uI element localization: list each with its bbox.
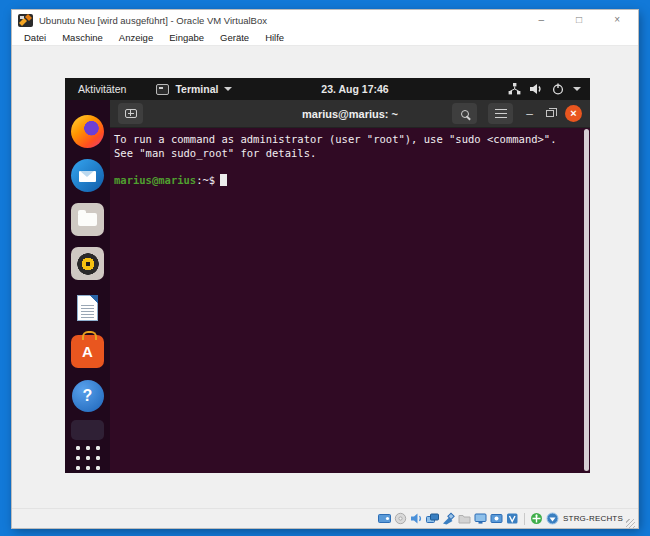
help-icon: ? xyxy=(72,380,104,412)
chevron-down-icon xyxy=(573,87,581,91)
dock-item-files[interactable] xyxy=(71,203,104,236)
host-menubar: Datei Maschine Anzeige Eingabe Geräte Hi… xyxy=(12,30,638,46)
maximize-button[interactable]: □ xyxy=(576,15,582,25)
power-icon xyxy=(552,83,564,95)
search-button[interactable] xyxy=(452,103,477,124)
thunderbird-icon xyxy=(71,159,104,192)
network-icon xyxy=(508,83,521,95)
menu-datei[interactable]: Datei xyxy=(16,32,54,43)
terminal-window: marius@marius: ~ – × To run a c xyxy=(110,100,590,473)
mouse-integration-icon[interactable] xyxy=(530,512,543,525)
audio-icon[interactable] xyxy=(410,512,423,525)
menu-maschine[interactable]: Maschine xyxy=(54,32,111,43)
terminal-cursor xyxy=(220,174,227,186)
host-desktop: Ubunutu Neu [wird ausgeführt] - Oracle V… xyxy=(0,0,650,536)
vbox-statusbar: STRG-RECHTS xyxy=(12,508,638,528)
optical-drives-icon[interactable] xyxy=(394,512,407,525)
chevron-down-icon xyxy=(224,87,232,91)
files-icon xyxy=(71,203,104,236)
terminal-headerbar[interactable]: marius@marius: ~ – × xyxy=(110,100,590,128)
new-tab-button[interactable] xyxy=(118,103,143,124)
window-title: Ubunutu Neu [wird ausgeführt] - Oracle V… xyxy=(39,15,539,26)
terminal-prompt: marius@marius:~$ xyxy=(114,174,586,188)
minimize-button[interactable]: – xyxy=(539,15,545,25)
menu-hilfe[interactable]: Hilfe xyxy=(257,32,292,43)
display-icon[interactable] xyxy=(474,512,487,525)
vm-display[interactable]: Aktivitäten Terminal 23. Aug 17:46 xyxy=(65,78,590,473)
new-tab-icon xyxy=(125,109,137,118)
libreoffice-writer-icon xyxy=(77,295,98,321)
dock-item-ubuntu-software[interactable]: A xyxy=(71,335,104,368)
terminal-restore-button[interactable] xyxy=(546,110,554,117)
ubuntu-software-icon: A xyxy=(71,335,104,368)
rhythmbox-icon xyxy=(71,247,104,280)
features-icon[interactable] xyxy=(506,512,519,525)
hamburger-icon xyxy=(495,109,507,119)
terminal-output-line: To run a command as administrator (user … xyxy=(114,133,586,147)
system-tray[interactable] xyxy=(508,83,581,95)
dock-item-rhythmbox[interactable] xyxy=(71,247,104,280)
activities-button[interactable]: Aktivitäten xyxy=(78,83,126,95)
terminal-minimize-button[interactable]: – xyxy=(524,110,535,118)
close-button[interactable]: × xyxy=(614,15,620,25)
dock-item-terminal[interactable] xyxy=(71,420,104,440)
terminal-title: marius@marius: ~ xyxy=(302,108,398,120)
terminal-close-button[interactable]: × xyxy=(565,105,582,122)
app-grid-icon[interactable] xyxy=(74,444,102,472)
terminal-scrollbar[interactable] xyxy=(584,129,589,471)
terminal-content[interactable]: To run a command as administrator (user … xyxy=(110,128,590,473)
prompt-suffix: :~$ xyxy=(196,174,215,186)
terminal-output-line: See "man sudo_root" for details. xyxy=(114,147,586,161)
shared-folders-icon[interactable] xyxy=(458,512,471,525)
menu-button[interactable] xyxy=(488,103,513,124)
menu-eingabe[interactable]: Eingabe xyxy=(161,32,212,43)
virtualbox-vm-icon xyxy=(18,14,33,27)
dock-item-thunderbird[interactable] xyxy=(71,159,104,192)
menu-anzeige[interactable]: Anzeige xyxy=(111,32,161,43)
host-key-label: STRG-RECHTS xyxy=(563,514,623,523)
clock[interactable]: 23. Aug 17:46 xyxy=(321,83,388,95)
network-adapter-icon[interactable] xyxy=(426,512,439,525)
virtualbox-window: Ubunutu Neu [wird ausgeführt] - Oracle V… xyxy=(12,10,638,528)
recording-icon[interactable] xyxy=(490,512,503,525)
ubuntu-dock: A ? xyxy=(65,100,110,473)
host-titlebar[interactable]: Ubunutu Neu [wird ausgeführt] - Oracle V… xyxy=(12,10,638,30)
focused-app-indicator[interactable]: Terminal xyxy=(156,83,232,95)
dock-item-libreoffice-writer[interactable] xyxy=(71,291,104,324)
focused-app-label: Terminal xyxy=(175,83,218,95)
dock-item-firefox[interactable] xyxy=(71,115,104,148)
search-icon xyxy=(461,110,469,118)
gnome-topbar: Aktivitäten Terminal 23. Aug 17:46 xyxy=(65,78,590,100)
prompt-user: marius@marius xyxy=(114,174,196,186)
firefox-icon xyxy=(71,115,104,148)
usb-icon[interactable] xyxy=(442,512,455,525)
terminal-app-icon xyxy=(156,84,169,95)
hard-disks-icon[interactable] xyxy=(378,512,391,525)
volume-icon xyxy=(530,83,543,95)
statusbar-separator xyxy=(524,513,525,525)
menu-geraete[interactable]: Geräte xyxy=(212,32,257,43)
dock-item-help[interactable]: ? xyxy=(71,379,104,412)
keyboard-host-key-icon[interactable] xyxy=(546,512,559,525)
resize-grip[interactable] xyxy=(626,519,635,528)
